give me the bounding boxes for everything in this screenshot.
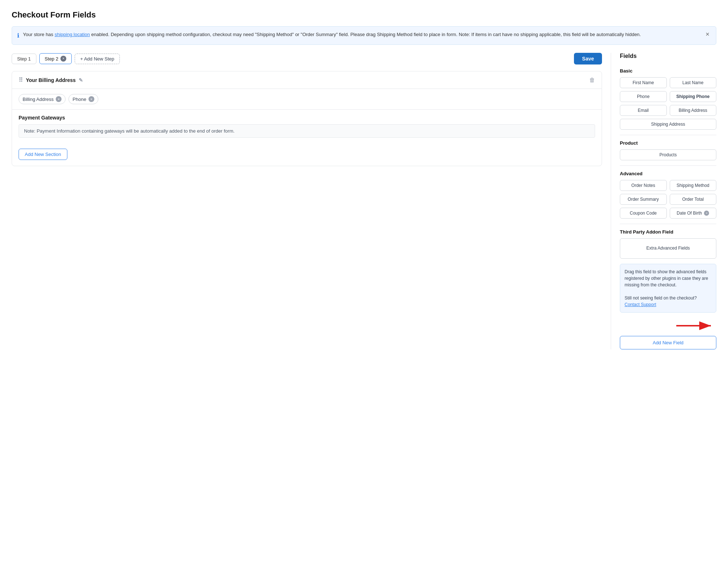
add-section-button[interactable]: Add New Section [19,149,67,160]
field-billing-address[interactable]: Billing Address [670,105,717,116]
info-icon: ℹ [17,31,19,40]
billing-section-title: Your Billing Address [26,77,76,83]
payment-section: Payment Gateways Note: Payment Informati… [12,109,602,138]
fields-panel: Fields Basic First Name Last Name Phone … [611,53,716,349]
arrow-row [620,318,716,333]
field-order-total[interactable]: Order Total [670,194,717,205]
chip-phone[interactable]: Phone × [68,94,98,104]
tab-step2[interactable]: Step 2 × [39,53,72,64]
field-chips: Billing Address × Phone × [12,89,602,109]
tab-step1[interactable]: Step 1 [12,54,36,64]
field-email[interactable]: Email [620,105,667,116]
add-step-button[interactable]: + Add New Step [75,54,120,64]
info-box-text: Drag this field to show the advanced fie… [625,269,708,287]
field-coupon-code[interactable]: Coupon Code [620,208,667,219]
product-section-label: Product [620,140,716,146]
alert-banner: ℹ Your store has shipping location enabl… [12,26,716,45]
chip-billing-address[interactable]: Billing Address × [19,94,66,104]
field-shipping-method[interactable]: Shipping Method [670,180,717,191]
third-party-section-label: Third Party Addon Field [620,229,716,235]
tab-step2-close[interactable]: × [60,56,66,62]
form-area: ⠿ Your Billing Address ✎ 🗑 Billing Addre… [12,71,602,166]
shipping-location-link[interactable]: shipping location [55,32,90,37]
field-shipping-address[interactable]: Shipping Address [620,119,716,130]
field-order-summary[interactable]: Order Summary [620,194,667,205]
basic-section-label: Basic [620,68,716,74]
field-phone[interactable]: Phone [620,91,667,102]
chip-phone-close[interactable]: × [88,96,94,102]
info-box-support-label: Still not seeing field on the checkout? [625,295,697,301]
fields-section-product: Product Products [620,140,716,160]
edit-icon[interactable]: ✎ [79,77,83,83]
field-date-of-birth[interactable]: Date Of Birth × [670,208,717,219]
field-extra-advanced[interactable]: Extra Advanced Fields [620,238,716,259]
contact-support-link[interactable]: Contact Support [625,302,656,307]
arrow-icon [673,318,716,333]
steps-tabs: Step 1 Step 2 × + Add New Step [12,53,120,64]
payment-section-title: Payment Gateways [12,110,602,124]
billing-section-header: ⠿ Your Billing Address ✎ 🗑 [12,71,602,89]
alert-text: Your store has shipping location enabled… [23,31,700,38]
field-first-name[interactable]: First Name [620,77,667,88]
payment-note: Note: Payment Information containing gat… [19,124,595,138]
page-title: Checkout Form Fields [12,10,716,20]
fields-panel-title: Fields [620,53,716,62]
field-last-name[interactable]: Last Name [670,77,717,88]
alert-close-button[interactable]: × [704,31,711,38]
chip-billing-close[interactable]: × [56,96,62,102]
advanced-section-label: Advanced [620,171,716,176]
fields-section-advanced: Advanced Order Notes Shipping Method Ord… [620,171,716,219]
delete-icon[interactable]: 🗑 [589,77,595,83]
date-of-birth-close[interactable]: × [704,211,709,216]
info-box: Drag this field to show the advanced fie… [620,264,716,313]
add-field-button[interactable]: Add New Field [620,336,716,349]
fields-section-basic: Basic First Name Last Name Phone Shippin… [620,68,716,130]
fields-section-third-party: Third Party Addon Field Extra Advanced F… [620,229,716,313]
field-order-notes[interactable]: Order Notes [620,180,667,191]
save-button[interactable]: Save [574,53,602,64]
field-products[interactable]: Products [620,149,716,160]
drag-handle-icon: ⠿ [19,77,23,83]
field-shipping-phone[interactable]: Shipping Phone [670,91,717,102]
